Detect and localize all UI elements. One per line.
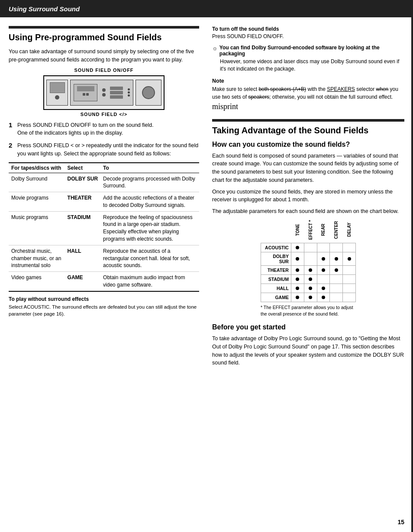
- device-controls: [102, 88, 106, 97]
- chart-cell-delay: [343, 252, 356, 265]
- left-intro: You can take advantage of surround sound…: [9, 48, 199, 64]
- note-header: Note: [212, 78, 404, 84]
- header-bar: Using Surround Sound: [0, 0, 413, 17]
- main-content: Using Pre-programmed Sound Fields You ca…: [0, 17, 413, 379]
- bar2: [110, 91, 123, 94]
- table-cell-select: HALL: [65, 245, 100, 271]
- parameter-chart: TONE EFFECT * REAR CENTER DELAY ACOUSTIC…: [261, 219, 356, 302]
- table-cell-to: Decode programs processed with Dolby Sur…: [100, 173, 199, 192]
- chart-row: STADIUM: [261, 274, 356, 284]
- chart-cell-rear: [317, 252, 330, 265]
- to-play-text: Select ACOUSTIC. The surround effects ar…: [9, 303, 199, 317]
- step-2-number: 2: [9, 142, 17, 149]
- chart-empty-header: [261, 219, 291, 243]
- note-body: Make sure to select both speakers (A+B) …: [212, 85, 404, 113]
- table-cell-for: Orchestral music, chamber music, or an i…: [9, 245, 65, 271]
- how-title: How can you customize the sound fields?: [212, 141, 404, 148]
- bullet-dot: [322, 268, 325, 272]
- table-row: Video games GAME Obtain maximum audio im…: [9, 272, 199, 291]
- chart-row-label: STADIUM: [261, 274, 291, 284]
- chart-cell-effect: [304, 274, 317, 284]
- table-header-for: For tapes/discs with: [9, 163, 65, 173]
- right-column: To turn off the sound fields Press SOUND…: [212, 26, 404, 371]
- chart-footnote: * The EFFECT parameter allows you to adj…: [261, 304, 356, 317]
- turn-off-label: To turn off the sound fields: [212, 26, 404, 32]
- header-title: Using Surround Sound: [9, 5, 80, 13]
- table-cell-select: GAME: [65, 272, 100, 291]
- chart-row: HALL: [261, 284, 356, 293]
- section2-title: Taking Advantage of the Sound Fields: [212, 125, 404, 135]
- sound-field-bottom-label: SOUND FIELD </>: [9, 112, 199, 117]
- step-2: 2 Press SOUND FIELD < or > repeatedly un…: [9, 142, 199, 158]
- chart-cell-tone: [291, 265, 304, 274]
- device-display: [74, 84, 97, 101]
- chart-cell-delay: [343, 265, 356, 274]
- note-box: Note Make sure to select both speakers (…: [212, 78, 404, 113]
- chart-cell-rear: [317, 265, 330, 274]
- small-dots: [128, 88, 130, 97]
- bullet-dot: [296, 246, 299, 249]
- chart-col-delay: DELAY: [343, 219, 356, 243]
- bullet-dot: [296, 277, 299, 281]
- chart-cell-rear: [317, 274, 330, 284]
- chart-row-label: HALL: [261, 284, 291, 293]
- table-cell-for: Music programs: [9, 211, 65, 245]
- table-row: Orchestral music, chamber music, or an i…: [9, 245, 199, 271]
- right-section-header: [212, 119, 404, 122]
- chart-cell-effect: [304, 293, 317, 302]
- before-section: Before you get started To take advantage…: [212, 323, 404, 367]
- chart-cell-center: [330, 284, 343, 293]
- chart-cell-effect: [304, 284, 317, 293]
- tip-title-text: You can find Dolby Surround-encoded soft…: [219, 45, 404, 57]
- table-row: Dolby Surround DOLBY SUR Decode programs…: [9, 173, 199, 192]
- chart-cell-tone: [291, 252, 304, 265]
- bullet-dot: [348, 257, 351, 261]
- bullet-dot: [296, 268, 299, 272]
- chart-cell-delay: [343, 293, 356, 302]
- chart-cell-delay: [343, 274, 356, 284]
- step-1-number: 1: [9, 121, 17, 129]
- strikethrough-speakers2: speakers: [248, 94, 269, 100]
- bullet-dot: [322, 257, 325, 261]
- table-cell-to: Reproduce the acoustics of a rectangular…: [100, 245, 199, 271]
- device-button1: [55, 95, 59, 100]
- dot1: [102, 88, 106, 92]
- chart-cell-tone: [291, 284, 304, 293]
- chart-cell-center: [330, 274, 343, 284]
- tip-icon: ☼: [212, 45, 218, 52]
- chart-cell-rear: [317, 243, 330, 252]
- chart-row: GAME: [261, 293, 356, 302]
- chart-cell-center: [330, 243, 343, 252]
- chart-cell-rear: [317, 284, 330, 293]
- chart-row-label: ACOUSTIC: [261, 243, 291, 252]
- table-cell-to: Obtain maximum audio impact from video g…: [100, 272, 199, 291]
- bullet-dot: [309, 268, 312, 272]
- device-right: [136, 80, 161, 106]
- chart-row-label: GAME: [261, 293, 291, 302]
- turn-off-text: Press SOUND FIELD ON/OFF.: [212, 33, 404, 39]
- bullet-dot: [309, 277, 312, 281]
- sound-field-top-label: SOUND FIELD ON/OFF: [9, 68, 199, 73]
- page-number: 15: [397, 519, 404, 526]
- chart-cell-tone: [291, 274, 304, 284]
- chart-container: TONE EFFECT * REAR CENTER DELAY ACOUSTIC…: [261, 219, 356, 317]
- device-middle: [70, 80, 133, 106]
- misprint-text: misprint: [212, 102, 238, 111]
- bullet-dot: [335, 257, 338, 261]
- display-screen: [77, 86, 94, 91]
- bullet-dot: [309, 287, 312, 290]
- table-cell-select: DOLBY SUR: [65, 173, 100, 192]
- chart-cell-delay: [343, 243, 356, 252]
- before-text: To take advantage of Dolby Pro Logic Sur…: [212, 335, 404, 367]
- table-cell-select: STADIUM: [65, 211, 100, 245]
- bullet-dot: [322, 296, 325, 299]
- chart-cell-rear: [317, 293, 330, 302]
- btn2: [86, 93, 89, 96]
- chart-row-label: DOLBY SUR: [261, 252, 291, 265]
- chart-cell-delay: [343, 284, 356, 293]
- strikethrough-text: both speakers (A+B): [258, 86, 306, 92]
- table-cell-select: THEATER: [65, 192, 100, 212]
- left-section-title: Using Pre-programmed Sound Fields: [9, 32, 199, 42]
- sd2: [128, 91, 130, 94]
- chart-col-effect: EFFECT *: [304, 219, 317, 243]
